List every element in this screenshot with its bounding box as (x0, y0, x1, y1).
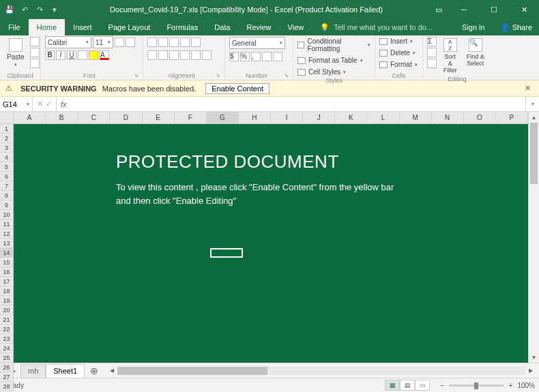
column-header[interactable]: K (335, 112, 367, 123)
zoom-in-button[interactable]: + (506, 382, 514, 389)
borders-icon[interactable] (78, 50, 87, 60)
row-header[interactable]: 21 (0, 315, 14, 325)
tab-home[interactable]: Home (29, 19, 65, 35)
row-header[interactable]: 7 (0, 181, 14, 191)
undo-icon[interactable]: ↶ (19, 4, 30, 15)
page-break-view-button[interactable]: ▭ (415, 380, 430, 391)
font-family-select[interactable]: Calibri▾ (45, 36, 91, 48)
security-close-icon[interactable]: ✕ (522, 84, 534, 93)
column-header[interactable]: H (239, 112, 271, 123)
alignment-launcher-icon[interactable]: ↘ (216, 72, 220, 78)
cut-icon[interactable] (30, 37, 40, 46)
ribbon-display-options-icon[interactable]: ▭ (428, 0, 449, 19)
scroll-up-icon[interactable]: ▲ (529, 112, 539, 123)
indent-decrease-icon[interactable] (180, 50, 190, 60)
row-header[interactable]: 27 (0, 372, 14, 382)
align-left-icon[interactable] (147, 50, 157, 60)
row-header[interactable]: 9 (0, 200, 14, 210)
align-middle-icon[interactable] (158, 37, 168, 47)
row-header[interactable]: 16 (0, 267, 14, 277)
number-format-select[interactable]: General▾ (229, 37, 285, 49)
font-launcher-icon[interactable]: ↘ (134, 72, 139, 78)
cancel-formula-icon[interactable]: ✕ (37, 100, 43, 108)
share-button[interactable]: 👤 Share (493, 19, 539, 35)
row-header[interactable]: 25 (0, 353, 14, 363)
close-button[interactable]: ✕ (509, 0, 539, 19)
italic-icon[interactable]: I (56, 50, 65, 60)
row-header[interactable]: 24 (0, 344, 14, 353)
column-header[interactable]: J (303, 112, 335, 123)
copy-icon[interactable] (30, 48, 40, 57)
row-header[interactable]: 4 (0, 153, 14, 162)
sort-filter-button[interactable]: AZ Sort & Filter (439, 37, 461, 75)
column-header[interactable]: N (432, 112, 464, 123)
select-all-corner[interactable] (0, 112, 14, 124)
tab-page-layout[interactable]: Page Layout (100, 19, 159, 35)
tab-formulas[interactable]: Formulas (158, 19, 206, 35)
row-header[interactable]: 11 (0, 220, 14, 229)
tab-review[interactable]: Review (238, 19, 279, 35)
row-header[interactable]: 10 (0, 210, 14, 220)
row-header[interactable]: 22 (0, 325, 14, 334)
font-size-select[interactable]: 11▾ (93, 36, 113, 48)
row-header[interactable]: 18 (0, 286, 14, 296)
orientation-icon[interactable] (180, 37, 190, 47)
save-icon[interactable]: 💾 (4, 4, 15, 15)
tab-insert[interactable]: Insert (65, 19, 100, 35)
paste-button[interactable]: Paste ▾ (4, 37, 27, 69)
increase-decimal-icon[interactable] (262, 52, 272, 61)
minimize-button[interactable]: ─ (449, 0, 479, 19)
scroll-right-icon[interactable]: ▶ (525, 367, 536, 374)
currency-icon[interactable]: $ (229, 52, 239, 61)
row-header[interactable]: 12 (0, 229, 14, 239)
increase-font-icon[interactable] (115, 37, 124, 47)
tell-me[interactable]: 💡 Tell me what you want to do... (312, 19, 441, 35)
row-header[interactable]: 3 (0, 143, 14, 153)
comma-icon[interactable]: , (251, 52, 261, 61)
fx-label[interactable]: fx (57, 97, 71, 111)
sheet-tab-mh[interactable]: mh (20, 364, 46, 378)
row-header[interactable]: 2 (0, 134, 14, 143)
hscroll-thumb[interactable] (117, 367, 267, 375)
column-header[interactable]: F (175, 112, 207, 123)
column-header[interactable]: M (400, 112, 432, 123)
number-launcher-icon[interactable]: ↘ (284, 72, 289, 78)
row-header[interactable]: 23 (0, 334, 14, 344)
column-header[interactable]: B (46, 112, 78, 123)
enable-content-button[interactable]: Enable Content (205, 83, 270, 94)
maximize-button[interactable]: ☐ (479, 0, 509, 19)
column-header[interactable]: G (207, 112, 239, 123)
format-as-table[interactable]: Format as Table ▾ (297, 56, 363, 65)
expand-formula-bar-icon[interactable]: ▾ (525, 97, 539, 111)
vscroll-thumb[interactable] (530, 123, 538, 184)
decrease-decimal-icon[interactable] (273, 52, 282, 61)
format-painter-icon[interactable] (30, 59, 40, 68)
zoom-out-button[interactable]: − (438, 382, 446, 389)
autosum-icon[interactable]: Σ (427, 37, 437, 46)
redo-icon[interactable]: ↷ (34, 4, 45, 15)
column-header[interactable]: P (496, 112, 528, 123)
align-bottom-icon[interactable] (169, 37, 179, 47)
conditional-formatting[interactable]: Conditional Formatting ▾ (297, 37, 370, 53)
font-color-icon[interactable]: A (100, 50, 109, 60)
sheet-tab-sheet1[interactable]: Sheet1 (46, 364, 85, 378)
row-header[interactable]: 8 (0, 191, 14, 200)
column-header[interactable]: O (464, 112, 496, 123)
tab-file[interactable]: File (0, 19, 29, 35)
clear-icon[interactable] (427, 59, 437, 68)
cell-area[interactable]: PROTECTED DOCUMENT To view this content … (14, 124, 528, 363)
row-header[interactable]: 6 (0, 172, 14, 181)
row-header[interactable]: 28 (0, 382, 14, 391)
row-header[interactable]: 26 (0, 363, 14, 372)
align-center-icon[interactable] (158, 50, 168, 60)
formula-input[interactable] (71, 97, 525, 111)
merge-icon[interactable] (202, 50, 212, 60)
percent-icon[interactable]: % (240, 52, 250, 61)
insert-cells[interactable]: Insert ▾ (379, 37, 413, 46)
tab-view[interactable]: View (280, 19, 312, 35)
cell-styles[interactable]: Cell Styles ▾ (297, 67, 346, 76)
tab-data[interactable]: Data (206, 19, 238, 35)
column-header[interactable]: E (143, 112, 175, 123)
scroll-left-icon[interactable]: ◀ (106, 367, 117, 374)
name-box[interactable]: G14▾ (0, 97, 33, 111)
